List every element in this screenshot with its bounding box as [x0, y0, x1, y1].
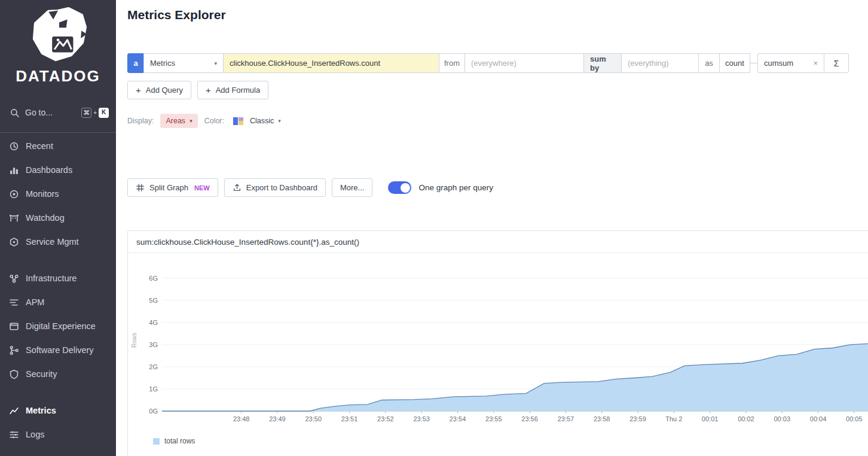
function-tag-label: cumsum	[764, 59, 793, 68]
sidebar-item-digital-experience[interactable]: Digital Experience	[0, 314, 116, 338]
sidebar-item-label: Dashboards	[26, 165, 72, 175]
sidebar-item-label: Infrastructure	[26, 273, 77, 283]
more-label: More...	[340, 183, 364, 192]
svg-text:23:57: 23:57	[558, 415, 574, 422]
split-graph-button[interactable]: Split Graph NEW	[127, 178, 218, 197]
query-letter-badge: a	[127, 53, 144, 73]
chevron-down-icon: ▾	[214, 60, 217, 66]
sidebar-item-infrastructure[interactable]: Infrastructure	[0, 266, 116, 290]
sidebar-item-label: Logs	[26, 430, 44, 439]
sidebar-item-apm[interactable]: APM	[0, 290, 116, 314]
svg-text:3G: 3G	[149, 341, 158, 348]
svg-text:23:58: 23:58	[594, 415, 610, 422]
sidebar-item-logs[interactable]: Logs	[0, 422, 116, 446]
query-source-dropdown[interactable]: Metrics ▾	[143, 53, 224, 73]
as-label: as	[698, 53, 720, 73]
add-query-button[interactable]: + Add Query	[127, 81, 191, 99]
query-source-label: Metrics	[150, 59, 175, 68]
split-graph-label: Split Graph	[149, 183, 188, 192]
sidebar-nav: RecentDashboardsMonitorsWatchdogService …	[0, 132, 116, 446]
sidebar-item-label: Monitors	[26, 189, 59, 199]
svg-text:00:05: 00:05	[846, 415, 863, 422]
svg-text:23:49: 23:49	[269, 415, 286, 422]
sidebar-item-service-mgmt[interactable]: Service Mgmt	[0, 230, 116, 254]
legend-swatch	[153, 438, 160, 445]
new-badge: NEW	[194, 184, 210, 191]
metric-chart-svg[interactable]: 0G1G2G3G4G5G6G23:4823:4923:5023:5123:522…	[128, 253, 868, 433]
service-mgmt-icon	[9, 237, 19, 247]
display-mode-dropdown[interactable]: Areas ▾	[160, 114, 197, 128]
search-icon	[10, 108, 20, 118]
svg-text:23:48: 23:48	[233, 415, 250, 422]
sidebar: DATADOG Go to... ⌘ + K RecentDashboardsM…	[0, 0, 116, 456]
color-label: Color:	[204, 117, 224, 125]
sidebar-item-label: Watchdog	[26, 213, 65, 223]
display-label: Display:	[127, 117, 154, 125]
sidebar-item-security[interactable]: Security	[0, 362, 116, 386]
sidebar-item-dashboards[interactable]: Dashboards	[0, 158, 116, 182]
datadog-dog-icon	[22, 6, 94, 65]
goto-shortcut: ⌘ + K	[81, 108, 109, 118]
sidebar-item-metrics[interactable]: Metrics	[0, 399, 116, 422]
add-row: + Add Query + Add Formula	[127, 81, 268, 99]
goto-search[interactable]: Go to... ⌘ + K	[0, 102, 116, 123]
svg-text:23:50: 23:50	[305, 415, 322, 422]
svg-text:23:52: 23:52	[377, 415, 394, 422]
cmd-key: ⌘	[81, 108, 91, 118]
from-scope-input[interactable]: (everywhere)	[464, 53, 584, 73]
datadog-wordmark: DATADOG	[0, 67, 116, 86]
sidebar-item-software-delivery[interactable]: Software Delivery	[0, 338, 116, 362]
sidebar-item-monitors[interactable]: Monitors	[0, 182, 116, 206]
sidebar-item-recent[interactable]: Recent	[0, 134, 116, 158]
add-formula-button[interactable]: + Add Formula	[197, 81, 268, 99]
display-mode-value: Areas	[166, 117, 185, 125]
watchdog-icon	[9, 213, 19, 223]
sidebar-item-label: Service Mgmt	[26, 237, 79, 247]
plus-icon: +	[206, 86, 211, 95]
palette-dropdown[interactable]: Classic ▾	[250, 117, 281, 125]
more-button[interactable]: More...	[332, 178, 372, 197]
add-formula-label: Add Formula	[216, 86, 260, 95]
goto-label: Go to...	[25, 108, 53, 117]
k-key: K	[99, 108, 109, 118]
digital-experience-icon	[9, 321, 19, 332]
svg-text:00:04: 00:04	[810, 415, 827, 422]
page-title: Metrics Explorer	[127, 8, 226, 22]
svg-text:23:59: 23:59	[629, 415, 646, 422]
legend-item-total-rows[interactable]: total rows	[153, 437, 195, 445]
metric-name-input[interactable]: clickhouse.ClickHouse_InsertedRows.count	[223, 53, 439, 73]
remove-function-icon[interactable]: ×	[813, 59, 818, 68]
add-function-button[interactable]: Σ	[824, 53, 849, 73]
sidebar-item-label: Recent	[26, 141, 53, 151]
sidebar-item-label: Security	[26, 369, 57, 379]
software-delivery-icon	[9, 345, 19, 355]
function-tag-cumsum[interactable]: cumsum ×	[757, 53, 824, 73]
legend-label: total rows	[164, 437, 195, 445]
sidebar-item-label: Metrics	[26, 406, 56, 415]
apm-icon	[9, 297, 19, 308]
sum-by-button[interactable]: sum by	[583, 53, 622, 73]
as-count-dropdown[interactable]: count	[719, 53, 750, 73]
sum-by-input[interactable]: (everything)	[621, 53, 699, 73]
metric-graph-card: sum:clickhouse.ClickHouse_InsertedRows.c…	[127, 230, 868, 456]
chevron-down-icon: ▾	[278, 118, 281, 124]
svg-text:0G: 0G	[149, 408, 158, 415]
monitors-icon	[9, 189, 19, 199]
graph-toolbar: Split Graph NEW Export to Dashboard More…	[127, 178, 493, 197]
svg-text:00:02: 00:02	[738, 415, 754, 422]
one-graph-per-query-toggle[interactable]	[388, 181, 411, 194]
export-icon	[233, 183, 242, 192]
sidebar-item-watchdog[interactable]: Watchdog	[0, 206, 116, 230]
svg-text:23:54: 23:54	[450, 415, 466, 422]
svg-text:2G: 2G	[149, 363, 158, 370]
svg-text:00:03: 00:03	[774, 415, 790, 422]
svg-text:4G: 4G	[149, 319, 158, 326]
export-label: Export to Dashboard	[246, 183, 317, 192]
metrics-icon	[9, 406, 19, 416]
datadog-logo[interactable]	[22, 6, 94, 65]
toggle-knob	[401, 183, 410, 193]
palette-value: Classic	[250, 117, 274, 125]
function-pipe	[750, 63, 757, 63]
sidebar-item-label: Digital Experience	[26, 321, 96, 331]
export-to-dashboard-button[interactable]: Export to Dashboard	[224, 178, 326, 197]
